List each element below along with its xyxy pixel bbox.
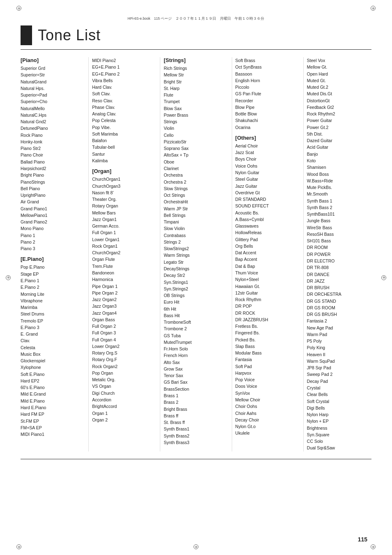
tone-item: Rotary Org.F <box>92 356 157 363</box>
tone-item: Soprano Sax <box>164 145 228 152</box>
tone-item: Full Organ 4 <box>92 336 157 343</box>
tone-item: E.Piano 1 <box>21 277 85 284</box>
tone-item: Slap Bass <box>235 343 300 350</box>
tone-item: Xylophone <box>21 364 85 371</box>
tone-item: Oct SynBrass <box>235 64 300 70</box>
tone-item: Theater Org. <box>92 196 157 203</box>
tone-item: Mellow Gt. <box>307 64 371 70</box>
tone-item: MIDI Piano1 <box>21 431 85 438</box>
tone-item: DistortionGt <box>307 97 371 104</box>
tone-item: Shamisen <box>307 164 371 170</box>
reg-mark-bm: ⊕ <box>194 544 198 549</box>
tone-item: Accordion <box>92 396 157 403</box>
tone-item: Timpani <box>164 219 228 225</box>
tone-item: French Horn <box>164 352 228 359</box>
tone-item: Nylon + EP <box>307 418 371 424</box>
tone-item: Mellow Choir <box>235 396 300 403</box>
tone-item: Thum Voice <box>235 269 300 276</box>
title-divider <box>21 49 371 50</box>
tone-item: Oct Strings <box>164 192 228 198</box>
tone-item: Rock Organ2 <box>92 363 157 370</box>
tone-item: DR GS ROOM <box>307 304 371 311</box>
tone-item: Dual Sqr&Saw <box>307 444 371 451</box>
tone-item: Full Organ 1 <box>92 229 157 236</box>
tone-item: Fretless Bs. <box>235 323 300 329</box>
tone-item: ChurchOrgan1 <box>92 176 157 182</box>
tone-item: Hard Clav. <box>92 84 157 90</box>
tone-item: Aerial Choir <box>235 143 300 149</box>
tone-item: 6th Hit <box>164 306 228 312</box>
tone-item: Bell Piano <box>21 185 85 192</box>
tone-item: DR JAZZ <box>307 278 371 284</box>
tone-item: Jazz Organ1 <box>92 216 157 223</box>
tone-item: W.Bass+Ride <box>307 177 371 184</box>
tone-item: Pop Voice <box>235 376 300 383</box>
tone-item: TromboneSoft <box>164 319 228 325</box>
tone-item: Modular Bass <box>235 350 300 356</box>
tone-item: Grand Piano1 <box>21 205 85 212</box>
tone-item: A.Bass+Cymbl <box>235 216 300 223</box>
tone-item: Dat & Bap <box>235 263 300 269</box>
tone-item: MutedTrumpet <box>164 339 228 345</box>
page-number: 115 <box>358 536 367 543</box>
tone-item: Air Grand <box>21 198 85 205</box>
tone-item: Power Gt.2 <box>307 124 371 131</box>
tone-item: Hard E.Piano <box>21 404 85 411</box>
tone-item: CC Solo <box>307 438 371 444</box>
tone-item: Synth Brass1 <box>164 426 228 432</box>
tone-item: Pop E.Piano <box>21 264 85 270</box>
tone-item: SOUND EFFECT <box>235 203 300 209</box>
tone-item: Soft Crystal <box>307 398 371 405</box>
tone-item: St. Harp <box>164 85 228 92</box>
tone-item: Rotary Org.S <box>92 350 157 356</box>
tone-item: Power Guitar <box>307 117 371 124</box>
tone-item: Decay Str2 <box>164 272 228 279</box>
tone-item: Brass 2 <box>164 399 228 405</box>
tone-item: Nylon Gt.o <box>235 423 300 430</box>
tone-item: Open Hard <box>307 71 371 77</box>
tone-item: Legato Str <box>164 259 228 265</box>
file-info: HPi-6S-e.book 115 ページ ２００７年１１月１９日 月曜日 午前… <box>21 16 371 21</box>
tone-item: DR DANCE <box>307 271 371 278</box>
tone-item: 12str Guitar <box>235 290 300 296</box>
tone-item: Hawaiian Gt. <box>235 283 300 290</box>
tone-item: Muted Gt. <box>307 77 371 84</box>
tone-item: EG+E.Piano 2 <box>92 71 157 77</box>
tone-item: GS Bari Sax <box>164 379 228 385</box>
tone-item: AltoSax + Tp <box>164 152 228 158</box>
tone-item: Jazz Organ2 <box>92 296 157 303</box>
tone-item: Bap Accent <box>235 256 300 263</box>
tone-item: Brass 1 <box>164 392 228 399</box>
tone-item: Sweep Pad 2 <box>307 371 371 378</box>
tone-item: Tenor Sax <box>164 372 228 379</box>
tone-item: Decay Choir <box>235 417 300 423</box>
tone-item: Reso Clav. <box>92 97 157 104</box>
tone-item: Tremolo EP <box>21 318 85 324</box>
tone-item: Fantasia <box>235 356 300 363</box>
tone-item: Muted Dis.Gt <box>307 90 371 97</box>
tone-item: SynthBass101 <box>307 211 371 217</box>
tone-item: Analog Clav. <box>92 111 157 117</box>
tone-item: Bright Brass <box>164 406 228 412</box>
tone-item: Pop Organ <box>92 370 157 376</box>
tone-item: Harpsichord2 <box>21 165 85 172</box>
tone-item: DR ROCK <box>235 310 300 316</box>
tone-item: OB Strings <box>164 292 228 299</box>
tone-item: Pop Vibe. <box>92 124 157 131</box>
reg-mark-bl: ⊕ <box>16 544 21 549</box>
tone-item: Grand Piano2 <box>21 219 85 225</box>
tone-item: DR STANDARD <box>235 196 300 203</box>
tone-item: Synth Brass3 <box>164 439 228 446</box>
tone-item: Clav. <box>21 337 85 344</box>
column-2: MIDI Piano2EG+E.Piano 1EG+E.Piano 2Vibra… <box>89 57 160 451</box>
tone-item: Picked Bs. <box>235 336 300 343</box>
tone-item: DR ROOM <box>307 244 371 251</box>
tone-item: Tubular-bell <box>92 144 157 150</box>
tone-item: DR TR-808 <box>307 264 371 271</box>
tone-item: Marimba <box>21 304 85 311</box>
tone-item: Rotary Organ <box>92 203 157 209</box>
tone-item: DR POP <box>235 303 300 309</box>
tone-item: Piano Choir <box>21 152 85 158</box>
tone-item: E.Piano 2 <box>21 284 85 290</box>
tone-item: Acoustic Bs. <box>235 210 300 216</box>
